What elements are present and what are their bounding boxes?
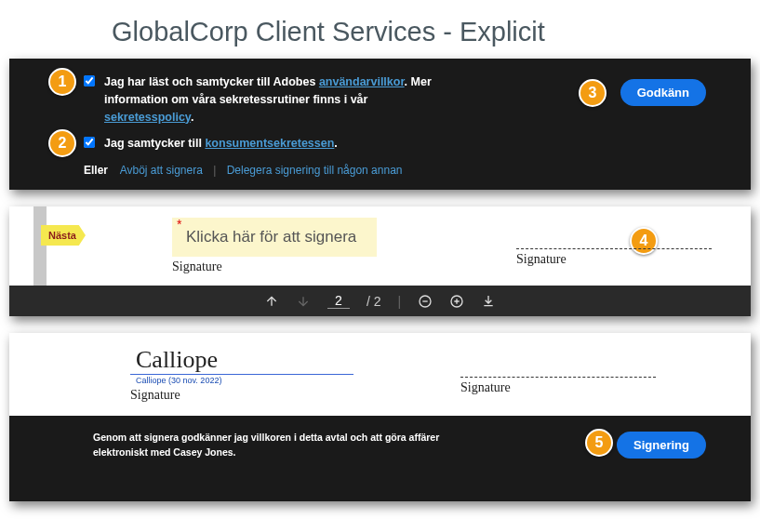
consent-checkbox-terms[interactable] [84,75,95,86]
signature-meta: Calliope (30 nov. 2022) [130,376,409,385]
consent-checkbox-consumer[interactable] [84,137,95,148]
page-number-input[interactable] [327,293,350,309]
page-title: GlobalCorp Client Services - Explicit [9,9,751,59]
or-label: Eller [84,164,108,177]
next-tab[interactable]: Nästa [41,225,86,246]
page-total: / 2 [367,294,381,309]
signature-rendered: Calliope [130,346,353,375]
page-gutter [33,206,47,286]
signature-line-right-2 [460,346,656,378]
page-down-icon[interactable] [296,294,311,309]
options-row: Eller Avböj att signera | Delegera signe… [84,164,728,177]
consumer-privacy-link[interactable]: konsumentsekretessen [205,137,334,150]
zoom-out-icon[interactable] [418,294,433,309]
signed-label-right: Signature [460,380,656,395]
consent-text-consumer: Jag samtycker till konsumentsekretessen. [104,135,338,153]
required-asterisk: * [177,217,181,232]
signing-button[interactable]: Signering [617,432,706,459]
signature-placeholder-text: Klicka här för att signera [186,228,356,246]
signature-line-right [516,218,712,249]
signed-area: Calliope Calliope (30 nov. 2022) Signatu… [9,333,751,416]
download-icon[interactable] [481,294,496,309]
step-badge-2: 2 [48,129,76,157]
zoom-in-icon[interactable] [449,294,464,309]
delegate-link[interactable]: Delegera signering till någon annan [227,164,403,177]
signature-label-right: Signature [516,252,712,267]
signature-area: Nästa 4 * Klicka här för att signera Sig… [9,206,751,286]
consent-panel: 3 Godkänn 1 Jag har läst och samtycker t… [9,59,751,190]
consent-text-terms: Jag har läst och samtycker till Adobes a… [104,73,458,126]
privacy-link[interactable]: sekretesspolicy [104,111,191,124]
bottom-spacer [9,475,751,501]
step-badge-5: 5 [585,429,613,457]
signing-bar: 5 Genom att signera godkänner jag villko… [9,416,751,475]
page-up-icon[interactable] [264,294,279,309]
signing-disclosure: Genom att signera godkänner jag villkore… [93,431,484,460]
signature-label-left: Signature [172,259,433,274]
step-badge-1: 1 [48,68,76,96]
terms-link[interactable]: användarvillkor [319,75,405,88]
pdf-toolbar: / 2 | [9,286,751,316]
signature-field[interactable]: * Klicka här för att signera [172,218,377,257]
decline-link[interactable]: Avböj att signera [120,164,203,177]
signed-label-left: Signature [130,388,409,403]
